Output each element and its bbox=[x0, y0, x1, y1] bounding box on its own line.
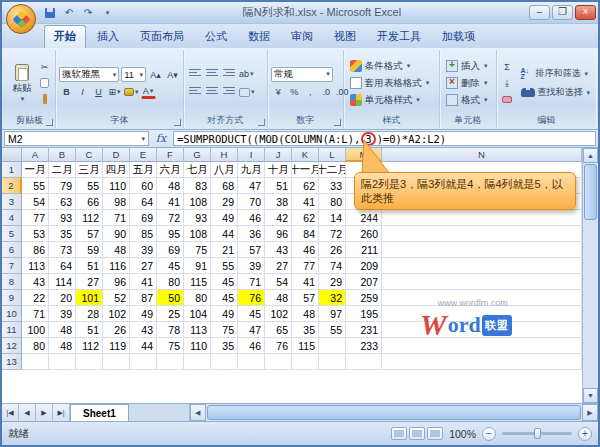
bold-button[interactable]: B bbox=[59, 84, 74, 99]
cell-E4[interactable]: 69 bbox=[130, 210, 157, 226]
cell-H10[interactable]: 49 bbox=[211, 306, 238, 322]
cell-G6[interactable]: 75 bbox=[184, 242, 211, 258]
comma-button[interactable]: , bbox=[303, 85, 318, 100]
cell-C7[interactable]: 51 bbox=[76, 258, 103, 274]
cell-F13[interactable] bbox=[157, 354, 184, 370]
cell-I6[interactable]: 57 bbox=[238, 242, 265, 258]
row-header-1[interactable]: 1 bbox=[2, 162, 22, 178]
cell-L1[interactable]: 十二月 bbox=[319, 162, 346, 178]
vertical-scrollbar[interactable]: ▲ ▼ bbox=[582, 148, 598, 403]
align-middle-button[interactable] bbox=[204, 67, 219, 82]
cell-K5[interactable]: 84 bbox=[292, 226, 319, 242]
cell-D4[interactable]: 71 bbox=[103, 210, 130, 226]
cell-A8[interactable]: 43 bbox=[22, 274, 49, 290]
cell-C1[interactable]: 三月 bbox=[76, 162, 103, 178]
cell-C8[interactable]: 27 bbox=[76, 274, 103, 290]
row-header-13[interactable]: 13 bbox=[2, 354, 22, 370]
cell-M9[interactable]: 259 bbox=[346, 290, 382, 306]
cell-K8[interactable]: 41 bbox=[292, 274, 319, 290]
cell-C4[interactable]: 112 bbox=[76, 210, 103, 226]
tab-formulas[interactable]: 公式 bbox=[195, 25, 237, 48]
horizontal-scroll-thumb[interactable] bbox=[207, 405, 581, 420]
tab-review[interactable]: 审阅 bbox=[281, 25, 323, 48]
cell-F11[interactable]: 78 bbox=[157, 322, 184, 338]
column-header-J[interactable]: J bbox=[265, 148, 292, 162]
orientation-button[interactable]: ab▾ bbox=[238, 67, 255, 82]
name-box[interactable]: M2 ▾ bbox=[4, 131, 149, 146]
cell-L4[interactable]: 14 bbox=[319, 210, 346, 226]
cell-L2[interactable]: 33 bbox=[319, 178, 346, 194]
maximize-button[interactable]: ❐ bbox=[552, 5, 573, 20]
tab-data[interactable]: 数据 bbox=[238, 25, 280, 48]
cell-K7[interactable]: 77 bbox=[292, 258, 319, 274]
last-sheet-button[interactable]: ▶| bbox=[53, 404, 70, 421]
cell-E6[interactable]: 39 bbox=[130, 242, 157, 258]
cell-J10[interactable]: 102 bbox=[265, 306, 292, 322]
cell-D1[interactable]: 四月 bbox=[103, 162, 130, 178]
insert-function-button[interactable]: fx bbox=[151, 131, 171, 146]
cell-D5[interactable]: 90 bbox=[103, 226, 130, 242]
cell-N4[interactable] bbox=[382, 210, 582, 226]
cell-J12[interactable]: 76 bbox=[265, 338, 292, 354]
cell-B3[interactable]: 63 bbox=[49, 194, 76, 210]
alignment-dialog-launcher[interactable] bbox=[258, 119, 265, 126]
font-name-combo[interactable]: 微软雅黑▾ bbox=[59, 67, 119, 82]
cell-I13[interactable] bbox=[238, 354, 265, 370]
cell-C2[interactable]: 55 bbox=[76, 178, 103, 194]
font-dialog-launcher[interactable] bbox=[174, 119, 181, 126]
cell-L3[interactable]: 80 bbox=[319, 194, 346, 210]
cell-B5[interactable]: 35 bbox=[49, 226, 76, 242]
cell-F4[interactable]: 72 bbox=[157, 210, 184, 226]
tab-page-layout[interactable]: 页面布局 bbox=[130, 25, 194, 48]
clipboard-dialog-launcher[interactable] bbox=[46, 119, 53, 126]
cell-K9[interactable]: 57 bbox=[292, 290, 319, 306]
cell-G10[interactable]: 104 bbox=[184, 306, 211, 322]
font-size-combo[interactable]: 11▾ bbox=[121, 67, 146, 82]
cell-J13[interactable] bbox=[265, 354, 292, 370]
zoom-in-button[interactable]: + bbox=[578, 427, 592, 441]
cell-J3[interactable]: 38 bbox=[265, 194, 292, 210]
cell-I7[interactable]: 39 bbox=[238, 258, 265, 274]
column-header-D[interactable]: D bbox=[103, 148, 130, 162]
cell-G12[interactable]: 110 bbox=[184, 338, 211, 354]
undo-button[interactable]: ↶ bbox=[61, 5, 77, 20]
row-header-12[interactable]: 12 bbox=[2, 338, 22, 354]
cell-M6[interactable]: 211 bbox=[346, 242, 382, 258]
cell-M12[interactable]: 233 bbox=[346, 338, 382, 354]
column-header-L[interactable]: L bbox=[319, 148, 346, 162]
cell-G13[interactable] bbox=[184, 354, 211, 370]
cell-B2[interactable]: 79 bbox=[49, 178, 76, 194]
cell-F7[interactable]: 45 bbox=[157, 258, 184, 274]
cell-H8[interactable]: 45 bbox=[211, 274, 238, 290]
cell-C5[interactable]: 57 bbox=[76, 226, 103, 242]
cell-H5[interactable]: 44 bbox=[211, 226, 238, 242]
column-header-A[interactable]: A bbox=[22, 148, 49, 162]
cell-I2[interactable]: 47 bbox=[238, 178, 265, 194]
cell-M11[interactable]: 231 bbox=[346, 322, 382, 338]
cell-J1[interactable]: 十月 bbox=[265, 162, 292, 178]
cell-M10[interactable]: 195 bbox=[346, 306, 382, 322]
cell-H13[interactable] bbox=[211, 354, 238, 370]
cell-A7[interactable]: 113 bbox=[22, 258, 49, 274]
tab-home[interactable]: 开始 bbox=[44, 25, 86, 48]
cell-H6[interactable]: 21 bbox=[211, 242, 238, 258]
format-cells-button[interactable]: 格式▾ bbox=[443, 92, 493, 109]
column-header-I[interactable]: I bbox=[238, 148, 265, 162]
cell-M5[interactable]: 260 bbox=[346, 226, 382, 242]
cell-J8[interactable]: 54 bbox=[265, 274, 292, 290]
horizontal-scrollbar[interactable]: ◀ ▶ bbox=[189, 404, 598, 421]
column-header-E[interactable]: E bbox=[130, 148, 157, 162]
grow-font-button[interactable]: A▴ bbox=[148, 67, 163, 82]
number-format-combo[interactable]: 常规▾ bbox=[271, 67, 333, 82]
cell-I11[interactable]: 47 bbox=[238, 322, 265, 338]
redo-button[interactable]: ↷ bbox=[80, 5, 96, 20]
cell-H1[interactable]: 八月 bbox=[211, 162, 238, 178]
cell-G9[interactable]: 80 bbox=[184, 290, 211, 306]
cell-I9[interactable]: 76 bbox=[238, 290, 265, 306]
number-dialog-launcher[interactable] bbox=[334, 119, 341, 126]
cell-F6[interactable]: 69 bbox=[157, 242, 184, 258]
cell-D3[interactable]: 98 bbox=[103, 194, 130, 210]
cell-J5[interactable]: 96 bbox=[265, 226, 292, 242]
row-header-9[interactable]: 9 bbox=[2, 290, 22, 306]
cell-G11[interactable]: 113 bbox=[184, 322, 211, 338]
